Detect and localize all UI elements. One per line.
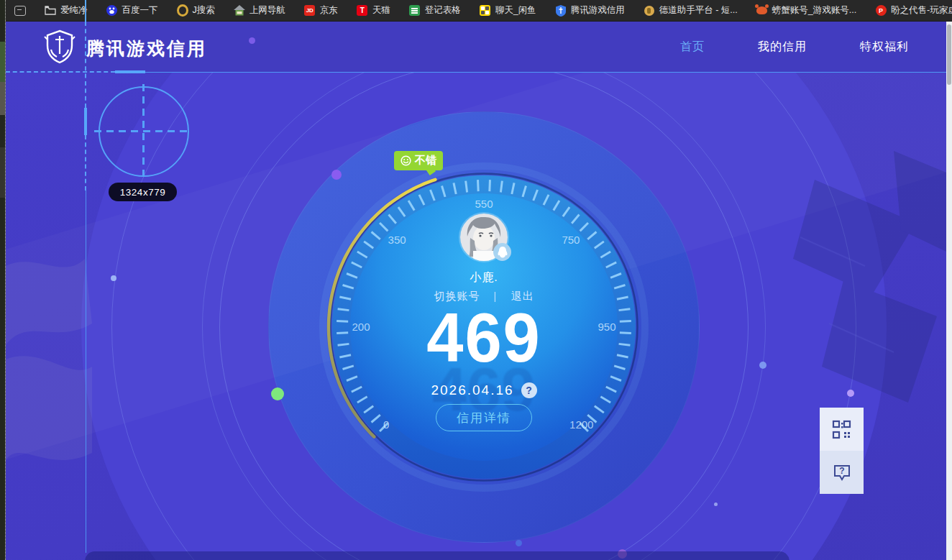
bookmark-label: 盼之代售-玩家虚拟... — [891, 4, 952, 17]
decor-dot-purple-header — [249, 37, 255, 44]
main-nav: 首页 我的信用 特权福利 — [680, 22, 909, 72]
score-date: 2026.04.16 — [431, 382, 513, 398]
brand-title: 腾讯游戏信用 — [86, 37, 207, 60]
smiley-icon — [401, 155, 411, 166]
tencent-shield-icon — [555, 5, 567, 17]
bookmark-nav2345[interactable]: 上网导航 — [234, 4, 285, 17]
bookmark-dedao[interactable]: 德道助手平台 - 短... — [644, 4, 738, 17]
svg-text:?: ? — [839, 466, 844, 476]
help-button[interactable]: ? — [820, 451, 864, 494]
bookmark-label: 腾讯游戏信用 — [571, 4, 625, 17]
decor-dot-small-1 — [111, 275, 116, 281]
gold-ring-icon — [177, 5, 188, 17]
bookmark-label: 上网导航 — [250, 4, 285, 17]
gauge-scale-label: 0 — [383, 418, 389, 431]
bookmark-label: 天猫 — [372, 4, 390, 17]
credit-details-button[interactable]: 信用详情 — [436, 404, 532, 431]
decor-dot-small-4 — [516, 540, 522, 546]
desktop-edge-sliver — [0, 0, 6, 560]
rating-badge-label: 不错 — [415, 154, 436, 167]
gauge-scale-label: 550 — [475, 198, 493, 210]
floating-side-panel: ? — [820, 408, 864, 494]
bookmark-baidu[interactable]: 百度一下 — [106, 4, 158, 17]
xianyu-icon — [480, 5, 491, 17]
bookmark-label: J搜索 — [193, 4, 215, 17]
bookmark-label: 螃蟹账号_游戏账号... — [772, 4, 856, 17]
bookmark-label: 聊天_闲鱼 — [495, 4, 536, 17]
qq-penguin-badge-icon — [493, 243, 511, 261]
qr-code-button[interactable] — [820, 408, 864, 451]
bookmark-label: 百度一下 — [122, 4, 158, 17]
bookmark-label: 德道助手平台 - 短... — [659, 4, 738, 17]
bookmark-panzhi[interactable]: P 盼之代售-玩家虚拟... — [875, 4, 952, 17]
screenshot-root: 爱纯净 百度一下 J搜索 上网导航 JD 京东 T 天猫 登记表 — [0, 0, 952, 560]
bookmark-label: 爱纯净 — [60, 4, 88, 17]
window-icon — [14, 5, 26, 17]
gauge-scale-label: 350 — [388, 234, 406, 246]
nav-privileges[interactable]: 特权福利 — [860, 40, 909, 55]
next-section-card-top — [85, 551, 789, 560]
bookmark-folder[interactable]: 爱纯净 — [45, 4, 88, 17]
decor-dot-small-6 — [714, 502, 718, 506]
gauge-scale-label: 750 — [562, 234, 580, 246]
bookmark-jd[interactable]: JD 京东 — [304, 4, 338, 17]
bookmark-crab[interactable]: 螃蟹账号_游戏账号... — [756, 4, 856, 17]
crab-icon — [756, 5, 768, 17]
browser-bookmarks-bar: 爱纯净 百度一下 J搜索 上网导航 JD 京东 T 天猫 登记表 — [6, 0, 952, 22]
folder-icon — [45, 5, 56, 17]
user-name: 小鹿. — [340, 270, 628, 285]
sheet-icon — [409, 5, 421, 17]
date-help-icon[interactable]: ? — [521, 382, 537, 398]
decor-dot-green — [271, 387, 284, 400]
brand-shield-icon — [43, 29, 76, 67]
rating-badge: 不错 — [394, 151, 443, 170]
gauge-scale-label: 1200 — [569, 418, 593, 431]
score-date-row: 2026.04.16 ? — [340, 382, 628, 398]
house-2345-icon — [234, 5, 245, 17]
decor-artwork-right — [728, 137, 946, 439]
nav-home[interactable]: 首页 — [680, 40, 705, 55]
bookmark-sheet[interactable]: 登记表格 — [409, 4, 461, 17]
credit-page: 腾讯游戏信用 首页 我的信用 特权福利 — [6, 22, 946, 560]
scrollbar-thumb[interactable] — [947, 24, 951, 85]
page-body: 02003505507509501200 不错 — [6, 72, 946, 560]
bookmark-window[interactable] — [14, 5, 26, 17]
site-header: 腾讯游戏信用 首页 我的信用 特权福利 — [6, 22, 946, 72]
qr-code-icon — [832, 420, 851, 439]
bookmark-search[interactable]: J搜索 — [177, 4, 215, 17]
credit-score-value: 469 — [346, 303, 622, 372]
decor-dot-small-2 — [759, 362, 766, 369]
bookmark-label: 登记表格 — [425, 4, 461, 17]
baidu-icon — [106, 5, 118, 17]
brand[interactable]: 腾讯游戏信用 — [43, 29, 207, 67]
tmall-icon: T — [357, 5, 368, 17]
panzhi-icon: P — [875, 5, 887, 17]
page-scrollbar[interactable] — [946, 22, 952, 560]
bookmark-tmall[interactable]: T 天猫 — [357, 4, 390, 17]
bookmark-xianyu[interactable]: 聊天_闲鱼 — [480, 4, 536, 17]
decor-artwork-left — [6, 237, 92, 489]
dedao-icon — [644, 5, 655, 17]
bookmark-label: 京东 — [320, 4, 338, 17]
decor-dot-small-3 — [847, 390, 854, 397]
jd-icon: JD — [304, 5, 316, 17]
nav-my-credit[interactable]: 我的信用 — [758, 40, 807, 55]
help-bubble-icon: ? — [832, 462, 852, 482]
bookmark-tencent-credit[interactable]: 腾讯游戏信用 — [555, 4, 625, 17]
